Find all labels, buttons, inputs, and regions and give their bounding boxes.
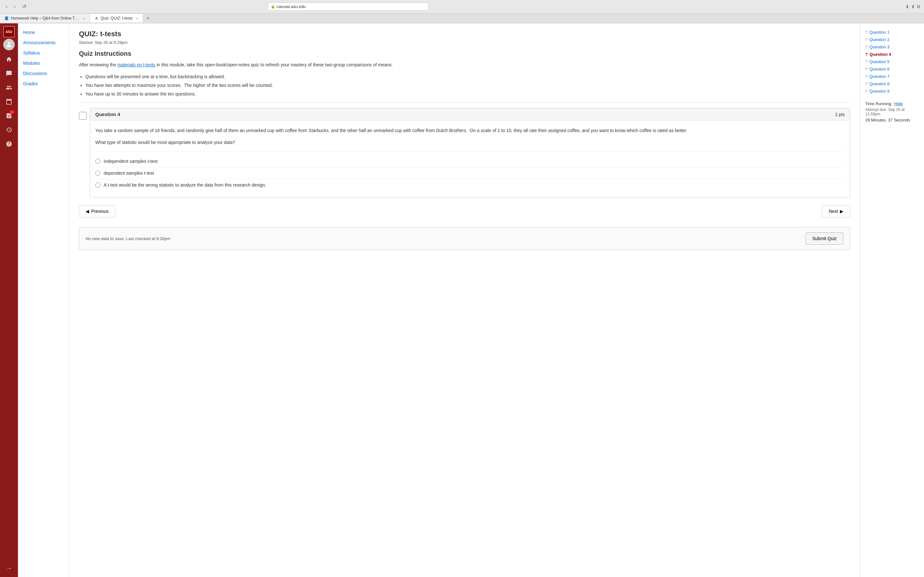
back-button[interactable]: ‹	[4, 3, 9, 10]
answer-label-2[interactable]: dependent samples t-test	[103, 171, 154, 176]
nav-announcements[interactable]	[3, 67, 15, 80]
q7-icon: ?	[865, 74, 867, 79]
previous-label: Previous	[91, 209, 108, 214]
sidebar-item-discussions[interactable]: Discussions	[18, 68, 69, 79]
q6-icon: ?	[865, 67, 867, 71]
sidebar-item-modules[interactable]: Modules	[18, 58, 69, 68]
prev-arrow-icon: ◀	[86, 209, 89, 214]
previous-button[interactable]: ◀ Previous	[79, 205, 115, 218]
add-tab-button[interactable]: +	[143, 13, 152, 23]
q5-label: Question 5	[869, 59, 890, 64]
tab1-title: Homework Help – Q&A from Online Tutors –…	[11, 16, 79, 21]
materials-link[interactable]: materials on t-tests	[118, 62, 155, 67]
asu-logo[interactable]: ASU	[3, 26, 15, 37]
nav-help[interactable]	[3, 137, 15, 150]
bullet-2: You have two attempts to maximize your s…	[86, 82, 850, 89]
sidebar: Home Announcements Syllabus Modules Disc…	[18, 23, 69, 577]
tab2-favicon: A	[94, 16, 99, 21]
right-sidebar-q8[interactable]: ? Question 8	[865, 80, 919, 87]
question-flag-checkbox[interactable]	[79, 112, 87, 119]
nav-history[interactable]	[3, 123, 15, 136]
answer-radio-2[interactable]	[95, 171, 100, 176]
nav-people[interactable]	[3, 81, 15, 94]
quiz-instructions-text: After reviewing the materials on t-tests…	[79, 61, 850, 68]
q8-label: Question 8	[869, 81, 890, 86]
right-sidebar-q2[interactable]: ? Question 2	[865, 36, 919, 43]
q2-label: Question 2	[869, 37, 890, 42]
sidebar-item-announcements[interactable]: Announcements	[18, 37, 69, 48]
tab-bar: 📘 Homework Help – Q&A from Online Tutors…	[0, 13, 924, 23]
sidebar-item-grades[interactable]: Grades	[18, 79, 69, 89]
sidebar-link-modules[interactable]: Modules	[23, 61, 40, 66]
nav-calendar[interactable]	[3, 95, 15, 108]
submit-status: No new data to save. Last checked at 6:3…	[86, 236, 170, 241]
tab1-close[interactable]: ✕	[82, 17, 85, 20]
answer-label-3[interactable]: A t-test would be the wrong statistic to…	[103, 182, 266, 187]
question-prompt: What type of statistic would be most app…	[95, 140, 845, 145]
q5-icon: ?	[865, 60, 867, 64]
sidebar-link-syllabus[interactable]: Syllabus	[23, 50, 40, 55]
app-layout: ASU 12 → Home	[0, 23, 924, 577]
q4-label: Question 4	[869, 52, 891, 57]
tab2-title: Quiz: QUIZ: t-tests	[101, 16, 132, 21]
bullet-3: You have up to 30 minutes to answer the …	[86, 91, 850, 97]
forward-button[interactable]: ›	[12, 3, 17, 10]
nav-home[interactable]	[3, 53, 15, 66]
question-pts: 1 pts	[835, 112, 845, 117]
tab2-close[interactable]: ✕	[136, 17, 138, 20]
quiz-instructions-title: Quiz Instructions	[79, 50, 850, 57]
answer-label-1[interactable]: independent samples t-test	[103, 159, 158, 164]
answer-radio-3[interactable]	[95, 182, 100, 187]
window-button[interactable]: ⧉	[917, 4, 920, 9]
next-arrow-icon: ▶	[840, 209, 843, 214]
grades-badge: 12	[9, 110, 15, 114]
submit-quiz-button[interactable]: Submit Quiz	[806, 232, 843, 245]
user-avatar[interactable]	[3, 39, 15, 50]
q9-icon: ?	[865, 89, 867, 93]
extensions-button[interactable]: ⬇	[905, 4, 909, 9]
right-sidebar-q1[interactable]: ? Question 1	[865, 29, 919, 36]
q9-label: Question 9	[869, 89, 890, 93]
reload-button[interactable]: ↺	[20, 3, 28, 10]
sidebar-item-home[interactable]: Home	[18, 27, 69, 37]
browser-chrome: ‹ › ↺ 🔒 canvas.asu.edu ⬇ ⬆ ⧉	[0, 0, 924, 13]
q6-label: Question 6	[869, 67, 890, 71]
hide-timer-link[interactable]: Hide	[894, 101, 903, 106]
question-header: Question 4 1 pts	[90, 108, 850, 121]
answer-option-2: dependent samples t-test	[95, 167, 845, 179]
right-sidebar-q9[interactable]: ? Question 9	[865, 87, 919, 95]
right-sidebar-q5[interactable]: ? Question 5	[865, 58, 919, 65]
q1-label: Question 1	[869, 30, 890, 35]
address-bar[interactable]: 🔒 canvas.asu.edu	[268, 3, 428, 11]
tab-homework-help[interactable]: 📘 Homework Help – Q&A from Online Tutors…	[0, 14, 90, 23]
lock-icon: 🔒	[271, 5, 275, 9]
quiz-started: Started: Sep 26 at 6:29pm	[79, 40, 850, 45]
q3-label: Question 3	[869, 45, 890, 49]
nav-grades[interactable]: 12	[3, 109, 15, 122]
answer-radio-1[interactable]	[95, 159, 100, 164]
q1-icon: ?	[865, 30, 867, 35]
tab-quiz[interactable]: A Quiz: QUIZ: t-tests ✕	[90, 14, 143, 23]
right-sidebar-q6[interactable]: ? Question 6	[865, 65, 919, 73]
sidebar-link-home[interactable]: Home	[23, 30, 35, 35]
svg-point-0	[8, 42, 10, 45]
right-sidebar-q7[interactable]: ? Question 7	[865, 73, 919, 80]
next-button[interactable]: Next ▶	[822, 205, 850, 218]
question-box: Question 4 1 pts You take a random sampl…	[90, 108, 850, 197]
right-sidebar-q4[interactable]: ? Question 4	[865, 51, 919, 58]
q4-icon: ?	[865, 52, 867, 57]
icon-nav: ASU 12 →	[0, 23, 18, 577]
answer-option-1: independent samples t-test	[95, 155, 845, 167]
sidebar-link-announcements[interactable]: Announcements	[23, 40, 55, 45]
share-button[interactable]: ⬆	[911, 4, 915, 9]
sidebar-link-grades[interactable]: Grades	[23, 81, 38, 86]
q3-icon: ?	[865, 45, 867, 49]
collapse-nav-button[interactable]: →	[3, 562, 15, 574]
right-sidebar-q3[interactable]: ? Question 3	[865, 43, 919, 51]
sidebar-item-syllabus[interactable]: Syllabus	[18, 48, 69, 58]
bullet-1: Questions will be presented one at a tim…	[86, 73, 850, 80]
quiz-divider	[79, 103, 850, 103]
sidebar-link-discussions[interactable]: Discussions	[23, 71, 47, 76]
quiz-title: QUIZ: t-tests	[79, 30, 850, 38]
question-body: You take a random sample of 16 friends, …	[90, 121, 850, 197]
